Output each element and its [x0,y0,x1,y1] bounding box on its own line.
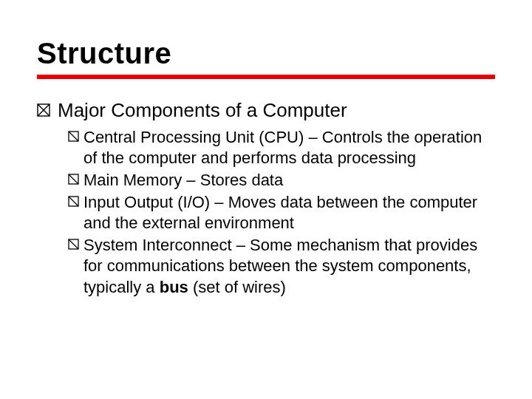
slide-title: Structure [37,37,495,70]
sub-bullet-list: Central Processing Unit (CPU) – Controls… [68,127,495,298]
svg-line-4 [69,132,78,141]
bullet-level1: Major Components of a Computer [37,98,495,123]
bullet-level2-text: Central Processing Unit (CPU) – Controls… [83,127,495,168]
line-square-icon [68,174,79,185]
cross-square-icon [37,103,50,117]
svg-line-10 [69,239,78,249]
slide: Structure Major Components of a Computer… [0,0,532,399]
text-suffix: (set of wires) [188,278,286,296]
bullet-level2-text: Input Output (I/O) – Moves data between … [83,192,495,233]
bullet-level2: Central Processing Unit (CPU) – Controls… [68,127,495,168]
line-square-icon [68,239,79,250]
bullet-level1-text: Major Components of a Computer [58,98,347,123]
bullet-level2: Input Output (I/O) – Moves data between … [68,192,495,233]
bullet-level2: System Interconnect – Some mechanism tha… [68,235,495,297]
line-square-icon [68,196,79,207]
line-square-icon [68,131,79,142]
svg-line-6 [69,174,78,184]
bullet-level2: Main Memory – Stores data [68,170,495,191]
text-bold: bus [160,278,188,296]
svg-line-8 [69,197,78,206]
title-underline [37,75,495,79]
bullet-level2-text: Main Memory – Stores data [83,170,283,191]
bullet-level2-text: System Interconnect – Some mechanism tha… [83,235,495,297]
